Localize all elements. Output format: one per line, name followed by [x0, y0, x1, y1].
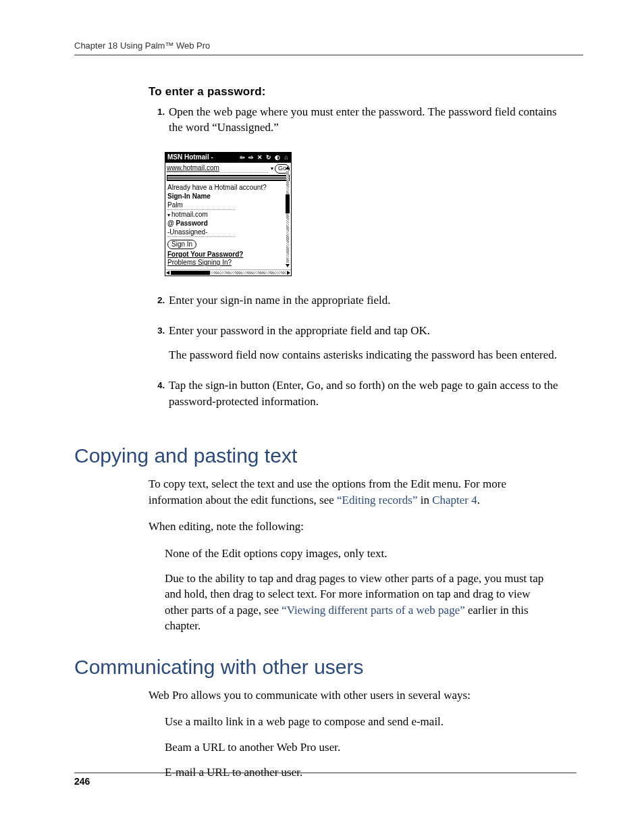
step-text: Open the web page where you must enter t… [169, 104, 570, 136]
step-3: 3. Enter your password in the appropriat… [149, 323, 570, 371]
step-text: Enter your password in the appropriate f… [169, 323, 570, 338]
prompt-text: Already have a Hotmail account? [167, 184, 289, 192]
step-4: 4. Tap the sign-in button (Enter, Go, an… [149, 377, 570, 417]
signin-name-label: Sign-In Name [167, 192, 289, 201]
scroll-left-icon[interactable] [166, 271, 169, 275]
link-editing-records[interactable]: “Editing records” [337, 494, 417, 506]
forward-icon[interactable]: ⇨ [247, 153, 255, 161]
hscroll-thumb[interactable] [171, 271, 210, 275]
section-title-communicating: Communicating with other users [74, 656, 570, 678]
vertical-scrollbar[interactable] [286, 166, 290, 267]
scroll-down-icon[interactable] [286, 264, 290, 267]
step-number: 1. [149, 104, 169, 144]
signin-button[interactable]: Sign In [167, 240, 196, 249]
link-chapter-4[interactable]: Chapter 4 [432, 494, 477, 506]
step-number: 2. [149, 292, 169, 316]
dropdown-icon[interactable]: ▾ [271, 165, 273, 172]
password-input[interactable]: -Unassigned- [167, 228, 235, 237]
screenshot-titlebar: MSN Hotmail - ⇦ ⇨ ✕ ↻ ◐ ⌂ [165, 153, 291, 163]
device-screenshot: MSN Hotmail - ⇦ ⇨ ✕ ↻ ◐ ⌂ www.hotmail.co… [165, 152, 292, 276]
banner-graphic [167, 175, 290, 181]
link-viewing-parts[interactable]: “Viewing different parts of a web page” [281, 604, 465, 617]
section-title-copying: Copying and pasting text [74, 444, 570, 467]
scroll-track[interactable] [286, 171, 289, 263]
horizontal-scrollbar[interactable] [165, 269, 291, 276]
comm-bullet-1: Use a mailto link in a web page to compo… [165, 714, 556, 729]
step-number: 4. [149, 377, 169, 417]
scroll-up-icon[interactable] [286, 166, 290, 170]
scroll-thumb[interactable] [286, 194, 290, 213]
step-2: 2. Enter your sign-in name in the approp… [149, 292, 570, 316]
running-header: Chapter 18 Using Palm™ Web Pro [74, 41, 583, 55]
copy-intro: To copy text, select the text and use th… [149, 476, 556, 508]
copy-note-intro: When editing, note the following: [149, 519, 556, 534]
scroll-right-icon[interactable] [287, 271, 290, 275]
step-text: Enter your sign-in name in the appropria… [169, 292, 570, 308]
stop-icon[interactable]: ✕ [256, 153, 264, 161]
step-number: 3. [149, 323, 169, 371]
page-number: 246 [74, 773, 576, 787]
step-text: Tap the sign-in button (Enter, Go, and s… [169, 377, 570, 409]
copy-bullet-1: None of the Edit options copy images, on… [165, 546, 556, 561]
globe-icon[interactable]: ◐ [273, 153, 281, 161]
back-icon[interactable]: ⇦ [238, 153, 246, 161]
signin-name-input[interactable]: Palm [167, 201, 235, 210]
step-1: 1. Open the web page where you must ente… [149, 104, 570, 144]
text: in [417, 494, 432, 506]
domain-selector[interactable]: hotmail.com [167, 211, 289, 219]
home-icon[interactable]: ⌂ [282, 153, 290, 161]
forgot-password-link[interactable]: Forgot Your Password? [167, 251, 289, 259]
copy-bullet-2: Due to the ability to tap and drag pages… [165, 571, 556, 634]
procedure-title: To enter a password: [149, 85, 570, 99]
problems-link[interactable]: Problems Signing In? [167, 259, 289, 267]
comm-intro: Web Pro allows you to communicate with o… [149, 687, 556, 703]
comm-bullet-2: Beam a URL to another Web Pro user. [165, 739, 556, 755]
text: . [477, 494, 480, 506]
url-field[interactable]: www.hotmail.com [167, 164, 268, 173]
step-followup: The password field now contains asterisk… [169, 347, 570, 363]
screenshot-title: MSN Hotmail - [167, 153, 213, 161]
password-label: @ Password [167, 219, 289, 228]
reload-icon[interactable]: ↻ [265, 153, 273, 161]
